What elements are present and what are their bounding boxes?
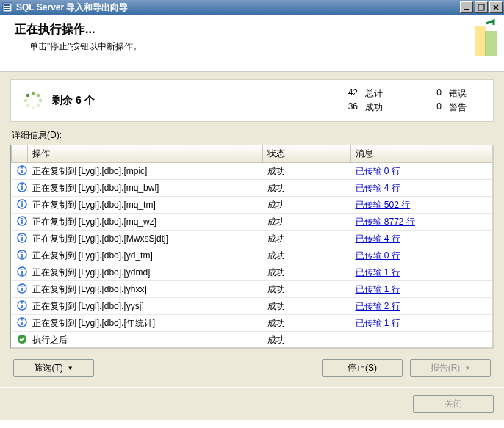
svg-point-17 [26, 94, 29, 97]
svg-point-10 [32, 92, 35, 95]
message-link[interactable]: 已传输 1 行 [356, 284, 400, 294]
info-icon [16, 266, 28, 278]
svg-rect-22 [21, 184, 23, 186]
column-operation[interactable]: 操作 [28, 145, 263, 163]
operation-cell: 正在复制到 [Lygl].[dbo].[mpic] [28, 163, 263, 180]
table-row[interactable]: 正在复制到 [Lygl].[dbo].[mq_tm]成功已传输 502 行 [12, 197, 492, 214]
table-row[interactable]: 正在复制到 [Lygl].[dbo].[年统计]成功已传输 1 行 [12, 315, 492, 332]
window-title: SQL Server 导入和导出向导 [16, 1, 460, 14]
info-icon [16, 283, 28, 294]
progress-spinner-icon [23, 90, 43, 111]
table-row[interactable]: 清除 [12, 349, 492, 349]
svg-rect-26 [21, 203, 23, 207]
status-cell: 成功 [263, 281, 351, 298]
svg-rect-35 [21, 254, 23, 258]
message-link[interactable]: 已传输 0 行 [356, 166, 400, 176]
close-button[interactable] [489, 1, 503, 13]
message-link[interactable]: 已传输 1 行 [356, 267, 400, 278]
summary-panel: 剩余 6 个 42总计 36成功 0错误 0警告 [10, 79, 494, 122]
svg-rect-19 [21, 167, 23, 169]
message-cell: 已传输 1 行 [351, 281, 492, 298]
error-count: 0 [427, 87, 442, 100]
column-status[interactable]: 状态 [263, 145, 351, 163]
table-row[interactable]: 正在复制到 [Lygl].[dbo].[yysj]成功已传输 2 行 [12, 298, 492, 315]
status-cell [263, 349, 351, 349]
column-icon[interactable] [12, 145, 28, 163]
svg-rect-28 [21, 218, 23, 220]
status-cell: 成功 [263, 264, 351, 281]
message-cell [351, 332, 492, 349]
svg-rect-1 [4, 4, 10, 6]
info-icon [16, 215, 28, 227]
message-cell: 已传输 8772 行 [351, 214, 492, 231]
status-cell: 成功 [263, 332, 351, 349]
svg-rect-29 [21, 220, 23, 224]
table-row[interactable]: 正在复制到 [Lygl].[dbo].[yd_tm]成功已传输 0 行 [12, 247, 492, 264]
warning-label: 警告 [449, 101, 467, 114]
remaining-count: 剩余 6 个 [52, 94, 343, 107]
maximize-button[interactable] [475, 1, 488, 13]
svg-rect-47 [21, 322, 23, 325]
svg-rect-34 [21, 252, 23, 253]
message-cell: 已传输 0 行 [351, 247, 492, 264]
message-link[interactable]: 已传输 502 行 [356, 200, 411, 210]
operation-cell: 正在复制到 [Lygl].[dbo].[yd_tm] [28, 247, 263, 264]
svg-rect-44 [21, 305, 23, 308]
table-row[interactable]: 正在复制到 [Lygl].[dbo].[MwxsSjdtj]成功已传输 4 行 [12, 231, 492, 247]
message-cell: 已传输 2 行 [351, 298, 492, 315]
svg-rect-37 [21, 269, 23, 270]
message-cell: 已传输 1 行 [351, 315, 492, 332]
svg-rect-38 [21, 271, 23, 275]
table-row[interactable]: 正在复制到 [Lygl].[dbo].[ydmd]成功已传输 1 行 [12, 264, 492, 281]
table-row[interactable]: 正在复制到 [Lygl].[dbo].[mpic]成功已传输 0 行 [12, 163, 492, 180]
info-icon [16, 316, 28, 328]
table-row[interactable]: 正在复制到 [Lygl].[dbo].[mq_bwl]成功已传输 4 行 [12, 180, 492, 197]
warning-count: 0 [427, 101, 442, 114]
detail-table: 操作 状态 消息 正在复制到 [Lygl].[dbo].[mpic]成功已传输 … [10, 145, 494, 349]
info-icon [16, 232, 28, 244]
operation-cell: 正在复制到 [Lygl].[dbo].[年统计] [28, 315, 263, 332]
operation-cell: 清除 [28, 349, 263, 349]
message-cell: 已传输 4 行 [351, 180, 492, 197]
status-cell: 成功 [263, 197, 351, 214]
svg-rect-25 [21, 201, 23, 203]
detail-label: 详细信息(D): [12, 129, 494, 142]
minimize-button[interactable] [460, 1, 473, 13]
status-cell: 成功 [263, 180, 351, 197]
operation-cell: 正在复制到 [Lygl].[dbo].[mq_tm] [28, 197, 263, 214]
filter-button[interactable]: 筛选(T) [13, 359, 94, 377]
close-dialog-button: 关闭 [413, 395, 494, 413]
operation-cell: 正在复制到 [Lygl].[dbo].[yhxx] [28, 281, 263, 298]
svg-point-14 [32, 106, 35, 109]
info-icon [16, 300, 28, 311]
table-row[interactable]: 执行之后成功 [12, 332, 492, 349]
svg-rect-2 [4, 7, 10, 8]
table-row[interactable]: 正在复制到 [Lygl].[dbo].[mq_wz]成功已传输 8772 行 [12, 214, 492, 231]
message-link[interactable]: 已传输 0 行 [356, 250, 400, 261]
status-cell: 成功 [263, 298, 351, 315]
svg-rect-31 [21, 235, 23, 236]
message-link[interactable]: 已传输 8772 行 [356, 217, 415, 227]
status-cell: 成功 [263, 231, 351, 247]
svg-rect-46 [21, 319, 23, 321]
report-button: 报告(R) [410, 359, 491, 377]
stop-button[interactable]: 停止(S) [322, 359, 403, 377]
svg-point-13 [37, 104, 40, 107]
column-message[interactable]: 消息 [351, 145, 492, 163]
info-icon [16, 198, 28, 210]
message-link[interactable]: 已传输 2 行 [356, 301, 400, 311]
error-label: 错误 [449, 87, 467, 100]
message-cell [351, 349, 492, 349]
status-cell: 成功 [263, 247, 351, 264]
page-title: 正在执行操作... [15, 22, 489, 37]
message-link[interactable]: 已传输 4 行 [356, 233, 400, 244]
status-cell: 成功 [263, 315, 351, 332]
message-link[interactable]: 已传输 4 行 [356, 183, 400, 193]
svg-rect-9 [485, 31, 497, 56]
message-cell: 已传输 502 行 [351, 197, 492, 214]
message-link[interactable]: 已传输 1 行 [356, 318, 400, 328]
table-row[interactable]: 正在复制到 [Lygl].[dbo].[yhxx]成功已传输 1 行 [12, 281, 492, 298]
info-icon [16, 181, 28, 193]
info-icon [16, 249, 28, 261]
status-cell: 成功 [263, 163, 351, 180]
